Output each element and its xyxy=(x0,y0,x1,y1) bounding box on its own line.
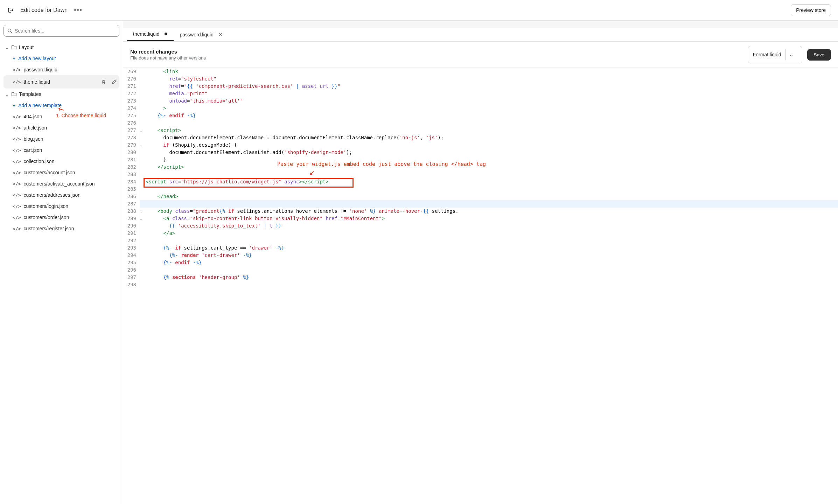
topbar: Edit code for Dawn ••• Preview store xyxy=(0,0,838,21)
folder-templates[interactable]: ⌄ Templates xyxy=(4,89,119,100)
code-line[interactable]: 273 onload="this.media='all'" xyxy=(123,97,838,105)
fold-icon[interactable]: ⌄ xyxy=(140,215,144,222)
code-line[interactable]: 281 } xyxy=(123,156,838,163)
code-line[interactable]: 271 href="{{ 'component-predictive-searc… xyxy=(123,83,838,90)
sidebar: ⌄ Layout + Add a new layout </>password.… xyxy=(0,21,123,504)
code-line[interactable]: 282 </script> xyxy=(123,163,838,171)
code-file-icon: </> xyxy=(13,136,21,142)
code-editor[interactable]: Paste your widget.js embed code just abo… xyxy=(123,68,838,504)
fold-icon xyxy=(140,230,144,237)
fold-icon xyxy=(140,244,144,252)
file-label: customers/order.json xyxy=(23,215,69,220)
code-line[interactable]: 285 xyxy=(123,186,838,193)
exit-icon[interactable] xyxy=(7,7,14,14)
code-line[interactable]: 293 {%- if settings.cart_type == 'drawer… xyxy=(123,244,838,252)
file-item-theme-liquid[interactable]: </>theme.liquid xyxy=(4,75,119,89)
file-item-customers-account-json[interactable]: </>customers/account.json xyxy=(4,167,119,178)
code-line[interactable]: 290 {{ 'accessibility.skip_to_text' | t … xyxy=(123,222,838,230)
code-line[interactable]: 287 xyxy=(123,200,838,208)
code-line[interactable]: 275 {%- endif -%} xyxy=(123,112,838,119)
code-line[interactable]: 296 xyxy=(123,266,838,274)
file-item-customers-order-json[interactable]: </>customers/order.json xyxy=(4,212,119,223)
code-line[interactable]: 289⌄ <a class="skip-to-content-link butt… xyxy=(123,215,838,222)
chevron-down-icon[interactable]: ⌄ xyxy=(785,49,797,60)
code-content xyxy=(144,266,146,274)
save-button[interactable]: Save xyxy=(807,49,831,61)
edit-icon[interactable] xyxy=(110,78,118,86)
preview-store-button[interactable]: Preview store xyxy=(791,4,831,16)
add-layout-link[interactable]: + Add a new layout xyxy=(4,53,119,64)
file-item-blog-json[interactable]: </>blog.json xyxy=(4,133,119,145)
code-file-icon: </> xyxy=(13,148,21,153)
code-content: </script> xyxy=(144,163,184,171)
tab-password-liquid[interactable]: password.liquid✕ xyxy=(174,28,229,41)
code-line[interactable]: 272 media="print" xyxy=(123,90,838,97)
fold-icon xyxy=(140,105,144,112)
line-number: 276 xyxy=(123,119,140,127)
file-item-article-json[interactable]: </>article.json xyxy=(4,122,119,133)
code-content xyxy=(144,171,146,178)
line-number: 291 xyxy=(123,230,140,237)
file-item-customers-activate_account-json[interactable]: </>customers/activate_account.json xyxy=(4,178,119,189)
code-line[interactable]: 283 xyxy=(123,171,838,178)
topbar-left: Edit code for Dawn ••• xyxy=(7,7,83,14)
fold-icon xyxy=(140,186,144,193)
file-item-cart-json[interactable]: </>cart.json xyxy=(4,145,119,156)
code-line[interactable]: 274 > xyxy=(123,105,838,112)
delete-icon[interactable] xyxy=(100,78,107,86)
code-line[interactable]: 276 xyxy=(123,119,838,127)
code-line[interactable]: 298 xyxy=(123,281,838,288)
search-input[interactable] xyxy=(15,28,116,34)
code-line[interactable]: 297 {% sections 'header-group' %} xyxy=(123,274,838,281)
file-label: customers/activate_account.json xyxy=(23,181,95,187)
file-item-404-json[interactable]: </>404.json xyxy=(4,111,119,122)
format-liquid-button[interactable]: Format liquid ⌄ xyxy=(748,46,802,63)
file-item-customers-register-json[interactable]: </>customers/register.json xyxy=(4,223,119,234)
file-item-collection-json[interactable]: </>collection.json xyxy=(4,156,119,167)
line-number: 278 xyxy=(123,134,140,141)
fold-icon xyxy=(140,119,144,127)
fold-icon[interactable]: ⌄ xyxy=(140,127,144,134)
add-template-link[interactable]: + Add a new template xyxy=(4,100,119,111)
code-file-icon: </> xyxy=(13,192,21,198)
fold-icon[interactable]: ⌄ xyxy=(140,208,144,215)
code-content: } xyxy=(144,156,166,163)
tab-theme-liquid[interactable]: theme.liquid xyxy=(127,28,174,41)
code-line[interactable]: 277⌄ <script> xyxy=(123,127,838,134)
code-line[interactable]: 292 xyxy=(123,237,838,244)
file-item-customers-login-json[interactable]: </>customers/login.json xyxy=(4,201,119,212)
code-line[interactable]: 279⌄ if (Shopify.designMode) { xyxy=(123,141,838,149)
code-line[interactable]: 270 rel="stylesheet" xyxy=(123,75,838,83)
code-line[interactable]: 278 document.documentElement.className =… xyxy=(123,134,838,141)
code-line[interactable]: 286 </head> xyxy=(123,193,838,200)
code-line[interactable]: 288⌄ <body class="gradient{% if settings… xyxy=(123,208,838,215)
fold-icon xyxy=(140,149,144,156)
fold-icon[interactable]: ⌄ xyxy=(140,141,144,149)
file-label: 404.json xyxy=(23,114,42,119)
search-box[interactable] xyxy=(4,25,119,37)
code-line[interactable]: 291 </a> xyxy=(123,230,838,237)
folder-templates-label: Templates xyxy=(19,91,41,97)
code-line[interactable]: 280 document.documentElement.classList.a… xyxy=(123,149,838,156)
editor-area: theme.liquidpassword.liquid✕ No recent c… xyxy=(123,21,838,504)
code-line[interactable]: 295 {%- endif -%} xyxy=(123,259,838,266)
file-item-password-liquid[interactable]: </>password.liquid xyxy=(4,64,119,75)
line-number: 275 xyxy=(123,112,140,119)
file-item-customers-addresses-json[interactable]: </>customers/addresses.json xyxy=(4,189,119,201)
file-label: blog.json xyxy=(23,136,43,142)
code-line[interactable]: 294 {%- render 'cart-drawer' -%} xyxy=(123,252,838,259)
fold-icon xyxy=(140,156,144,163)
line-number: 280 xyxy=(123,149,140,156)
code-line[interactable]: 269 <link xyxy=(123,68,838,75)
line-number: 285 xyxy=(123,186,140,193)
code-file-icon: </> xyxy=(13,215,21,220)
code-content xyxy=(144,186,146,193)
more-icon[interactable]: ••• xyxy=(74,7,83,14)
close-icon[interactable]: ✕ xyxy=(218,32,223,37)
tabs: theme.liquidpassword.liquid✕ xyxy=(123,28,838,42)
plus-icon: + xyxy=(13,56,15,61)
svg-point-0 xyxy=(8,29,11,32)
code-content xyxy=(144,281,146,288)
code-line[interactable]: 284<script src="https://js.chatlio.com/w… xyxy=(123,178,838,186)
folder-layout[interactable]: ⌄ Layout xyxy=(4,42,119,53)
